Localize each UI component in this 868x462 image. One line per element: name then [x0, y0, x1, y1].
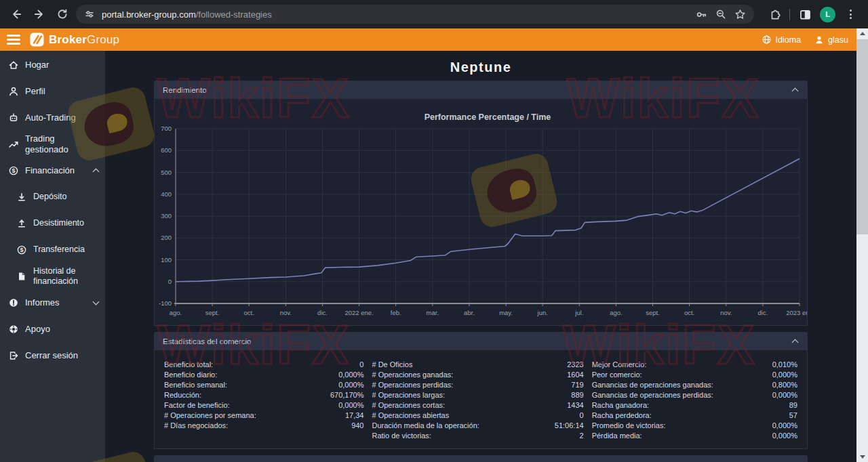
svg-text:nov.: nov.	[280, 309, 292, 316]
stat-value: 1434	[567, 401, 583, 409]
sidebar-item-perfil[interactable]: Perfil	[0, 78, 105, 104]
withdraw-icon	[16, 218, 27, 229]
app-header: BrokerGroup Idioma glasu	[0, 28, 856, 51]
forward-button[interactable]	[30, 5, 49, 24]
svg-text:500: 500	[161, 169, 172, 176]
sidebar-item-deposito[interactable]: Depósito	[0, 184, 105, 210]
stat-label: Factor de beneficio:	[164, 401, 230, 409]
stat-row: # Operaciones ganadas:1604	[372, 369, 583, 379]
password-key-icon[interactable]	[696, 9, 707, 20]
extensions-icon[interactable]	[766, 6, 783, 22]
svg-text:abr.: abr.	[464, 309, 475, 316]
performance-panel-header[interactable]: Rendimiento	[154, 81, 808, 99]
stat-row: # Operaciones perdidas:719	[372, 379, 583, 390]
sidebar-item-historial-de-financiacion[interactable]: Historial de financiación	[0, 263, 105, 289]
stat-value: 57	[789, 411, 797, 419]
side-panel-icon[interactable]	[797, 6, 813, 22]
stat-row: # Días negociados:940	[164, 420, 363, 430]
stat-value: 940	[351, 421, 363, 429]
svg-text:100: 100	[161, 256, 172, 264]
main-content: Neptune Rendimiento 70060050040030020010…	[105, 51, 856, 462]
next-panel	[154, 455, 808, 462]
sidebar-item-cerrar-sesion[interactable]: Cerrar sesión	[0, 342, 105, 369]
header-right: Idioma glasu	[762, 35, 848, 45]
browser-profile-avatar[interactable]: L	[820, 7, 835, 22]
stat-label: Peor comercio:	[592, 371, 642, 379]
sidebar-item-financiacion[interactable]: $Financiación	[0, 157, 105, 184]
scrollbar-up-arrow[interactable]	[856, 28, 868, 39]
sidebar-item-apoyo[interactable]: Apoyo	[0, 316, 105, 342]
svg-text:feb.: feb.	[391, 309, 401, 316]
stat-label: # Operaciones por semana:	[164, 411, 256, 419]
stat-label: Mejor Comercio:	[592, 360, 647, 369]
stats-column-1: Beneficio total:0Beneficio diario:0,000%…	[164, 359, 363, 448]
svg-text:2022 ene.: 2022 ene.	[344, 309, 373, 316]
sidebar-item-label: Depósito	[33, 192, 66, 202]
stat-value: 0,000%	[772, 371, 797, 379]
stat-value: 0,000%	[338, 371, 363, 379]
stat-row: Ratio de victorias:2	[372, 430, 583, 440]
reload-button[interactable]	[53, 5, 72, 24]
url-path: /followed-strategies	[196, 9, 272, 20]
sidebar-item-trading-gestionado[interactable]: Trading gestionado	[0, 131, 105, 157]
svg-text:dic.: dic.	[317, 309, 328, 316]
brand-mark-icon	[30, 33, 44, 47]
url-text[interactable]: portal.broker-group.com/followed-strateg…	[102, 9, 688, 20]
sidebar-item-auto-trading[interactable]: Auto-Trading	[0, 104, 105, 131]
hamburger-menu-icon[interactable]	[7, 35, 20, 45]
svg-text:may.: may.	[499, 309, 513, 316]
performance-panel: Rendimiento 7006005004003002001000-100ag…	[154, 81, 808, 326]
sidebar-item-hogar[interactable]: Hogar	[0, 51, 105, 78]
sidebar-item-label: Apoyo	[25, 324, 50, 335]
page-title: Neptune	[105, 51, 856, 75]
svg-text:jun.: jun.	[537, 309, 548, 316]
scrollbar-thumb[interactable]	[856, 39, 868, 234]
stat-value: 2323	[567, 360, 583, 369]
svg-text:200: 200	[161, 234, 172, 241]
language-selector[interactable]: Idioma	[762, 35, 802, 45]
file-icon	[16, 271, 27, 282]
page-scrollbar[interactable]	[856, 28, 868, 462]
stat-value: 89	[789, 401, 797, 409]
stat-row: Duración media de la operación:51:06:14	[372, 420, 583, 430]
brand-logo[interactable]: BrokerGroup	[30, 33, 119, 47]
stat-row: Peor comercio:0,000%	[592, 369, 797, 379]
url-host: portal.broker-group.com	[102, 9, 196, 20]
brand-name: BrokerGroup	[49, 33, 119, 47]
stats-column-3: Mejor Comercio:0,010%Peor comercio:0,000…	[592, 359, 797, 448]
bookmark-star-icon[interactable]	[734, 9, 746, 20]
zoom-out-icon[interactable]	[715, 9, 726, 20]
stat-label: # Operaciones ganadas:	[372, 371, 453, 379]
stat-row: # Operaciones por semana:17,34	[164, 410, 363, 420]
stat-value: 0,000%	[338, 381, 363, 389]
stat-value: 0,000%	[338, 401, 363, 409]
sidebar-item-informes[interactable]: Informes	[0, 289, 105, 316]
sidebar-item-label: Historial de financiación	[33, 266, 98, 287]
language-label: Idioma	[776, 35, 802, 45]
stat-value: 1604	[567, 371, 583, 379]
stat-value: 0,010%	[772, 360, 797, 369]
browser-menu-icon[interactable]	[842, 6, 859, 22]
sidebar-item-label: Auto-Trading	[25, 112, 76, 123]
sidebar-item-desistimiento[interactable]: Desistimiento	[0, 210, 105, 236]
stat-row: Pérdida media:0,000%	[592, 430, 797, 440]
sidebar-item-transferencia[interactable]: $Transferencia	[0, 236, 105, 263]
stat-label: Promedio de victorias:	[592, 421, 666, 429]
next-panel-header[interactable]	[154, 455, 808, 462]
address-bar[interactable]: portal.broker-group.com/followed-strateg…	[76, 5, 754, 24]
dollar-cycle-icon: $	[8, 165, 19, 176]
stat-row: Beneficio total:0	[164, 359, 363, 369]
back-button[interactable]	[7, 5, 26, 24]
scrollbar-down-arrow[interactable]	[856, 452, 868, 462]
svg-text:700: 700	[161, 125, 172, 132]
statistics-panel-body: Beneficio total:0Beneficio diario:0,000%…	[154, 350, 808, 449]
stat-row: Ganancias de operaciones perdidas:0,000%	[592, 390, 797, 400]
svg-text:oct.: oct.	[684, 309, 694, 316]
site-settings-icon[interactable]	[84, 9, 95, 20]
triangle-down-icon	[860, 455, 865, 459]
user-icon	[814, 35, 824, 45]
statistics-panel-header[interactable]: Estadísticas del comercio	[154, 332, 808, 350]
stat-row: Mejor Comercio:0,010%	[592, 359, 797, 369]
stat-row: Factor de beneficio:0,000%	[164, 400, 363, 410]
user-menu[interactable]: glasu	[814, 35, 848, 45]
